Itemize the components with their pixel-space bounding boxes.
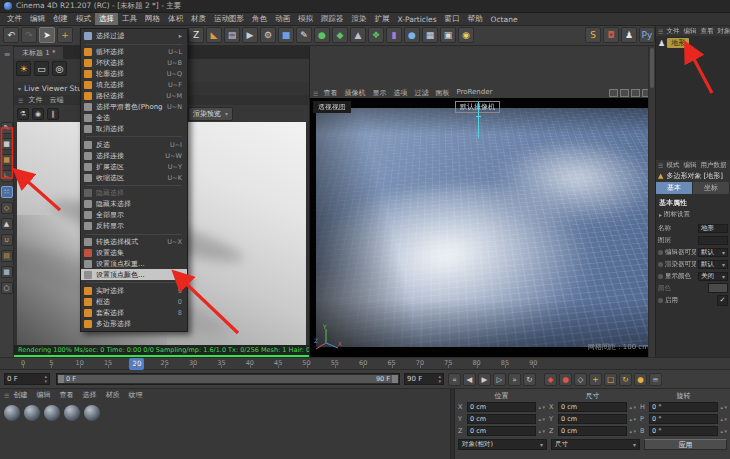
tab-coordinates[interactable]: 坐标 xyxy=(693,182,730,194)
menu-item-循环选择[interactable]: 循环选择U~L xyxy=(81,47,187,58)
material-2[interactable] xyxy=(24,405,40,421)
render-pass-dropdown[interactable]: 渲染预览 ▾ xyxy=(188,107,233,121)
coordinate-value-field[interactable]: 0 cm xyxy=(558,402,627,412)
character-icon[interactable]: ♟ xyxy=(621,27,637,43)
stepper-icon[interactable]: ▴ ▾ xyxy=(720,417,727,422)
am-text-field[interactable]: 地形 xyxy=(698,224,728,233)
viewport-menu-6[interactable]: ProRender xyxy=(456,88,492,98)
volume-icon[interactable]: ● xyxy=(404,27,420,43)
menu-item-取消选择[interactable]: 取消选择 xyxy=(81,123,187,134)
menu-item-选择过滤[interactable]: 选择过滤▸ xyxy=(81,31,187,42)
am-select-field[interactable]: 关闭▾ xyxy=(698,272,728,281)
coordinate-value-field[interactable]: 0 ° xyxy=(649,414,718,424)
material-3[interactable] xyxy=(44,405,60,421)
render-settings-icon[interactable]: ⚙ xyxy=(260,27,276,43)
stepper-icon[interactable]: ▴ ▾ xyxy=(538,405,545,410)
hamburger-icon[interactable]: ☰ xyxy=(658,28,663,35)
render-picture-viewer-icon[interactable]: ▶ xyxy=(242,27,258,43)
autokey-icon[interactable]: ● xyxy=(559,373,572,386)
model-mode-icon[interactable]: ■ xyxy=(1,138,13,150)
hamburger-icon[interactable]: ☰ xyxy=(313,90,318,97)
menu-item-选择连接[interactable]: 选择连接U~W xyxy=(81,150,187,161)
record-position-icon[interactable]: + xyxy=(589,373,602,386)
octane-menu-1[interactable]: 云端 xyxy=(49,95,63,105)
subdivision-surface-icon[interactable]: ● xyxy=(314,27,330,43)
menu-item-设置顶点权重...[interactable]: 设置顶点权重... xyxy=(81,259,187,270)
menu-item-转换选择模式[interactable]: 转换选择模式U~X xyxy=(81,237,187,248)
menubar-item-6[interactable]: 网格 xyxy=(141,13,164,25)
goto-start-button[interactable]: « xyxy=(448,373,461,386)
loop-button[interactable]: ↻ xyxy=(523,373,536,386)
menubar-item-3[interactable]: 模式 xyxy=(72,13,95,25)
viewport-menu-5[interactable]: 面板 xyxy=(435,88,449,98)
menubar-item-12[interactable]: 模拟 xyxy=(294,13,317,25)
hamburger-icon[interactable]: ≡ xyxy=(0,50,14,59)
axis-z-icon[interactable]: Z xyxy=(188,27,204,43)
view-label[interactable]: 透视视图 xyxy=(313,101,351,113)
record-pla-icon[interactable]: ≡ xyxy=(649,373,662,386)
stepper-icon[interactable]: ▴ ▾ xyxy=(629,405,636,410)
keyframe-selection-icon[interactable]: ◇ xyxy=(574,373,587,386)
live-selection-tool-icon[interactable]: ➤ xyxy=(39,27,55,43)
object-item-terrain[interactable]: ♟ 地形 xyxy=(656,36,730,50)
menubar-item-0[interactable]: 文件 xyxy=(3,13,26,25)
cube-primitive-icon[interactable]: ■ xyxy=(278,27,294,43)
menubar-item-8[interactable]: 材质 xyxy=(187,13,210,25)
tab-basic[interactable]: 基本 xyxy=(656,182,693,194)
menubar-item-15[interactable]: 扩展 xyxy=(371,13,394,25)
menu-item-反转显示[interactable]: 反转显示 xyxy=(81,221,187,232)
enable-snap-icon[interactable]: ∪ xyxy=(1,234,13,246)
hamburger-icon[interactable]: ☰ xyxy=(18,97,23,104)
animation-dot-icon[interactable] xyxy=(658,274,663,279)
stepper-icon[interactable]: ▴ ▾ xyxy=(629,429,636,434)
apply-button[interactable]: 应用 xyxy=(644,439,727,450)
menu-item-反选[interactable]: 反选U~I xyxy=(81,139,187,150)
viewport-menu-2[interactable]: 显示 xyxy=(372,88,386,98)
menubar-item-7[interactable]: 体积 xyxy=(164,13,187,25)
instance-icon[interactable]: ▲ xyxy=(350,27,366,43)
viewport-layout-icon[interactable] xyxy=(620,89,629,97)
polygons-mode-icon[interactable]: ▲ xyxy=(1,218,13,230)
menu-item-选择平滑着色(Phong)断开[interactable]: 选择平滑着色(Phong)断开U~N xyxy=(81,102,187,113)
om-menu-3[interactable]: 对象 xyxy=(717,27,730,36)
stepper-icon[interactable]: ▴ ▾ xyxy=(720,429,727,434)
python-icon[interactable]: Py xyxy=(639,27,655,43)
menubar-item-13[interactable]: 跟踪器 xyxy=(317,13,348,25)
menu-item-全选[interactable]: 全选 xyxy=(81,112,187,123)
menubar-item-9[interactable]: 运动图形 xyxy=(210,13,248,25)
workplane-icon[interactable]: ◣ xyxy=(206,27,222,43)
am-text-field[interactable] xyxy=(698,236,728,245)
stepper-icon[interactable]: ▴ ▾ xyxy=(538,429,545,434)
menubar-item-18[interactable]: 帮助 xyxy=(464,13,487,25)
material-menu-3[interactable]: 选择 xyxy=(82,390,96,400)
stepper-icon[interactable]: ▴▾ xyxy=(44,374,47,384)
render-view-icon[interactable]: ▤ xyxy=(224,27,240,43)
record-scale-icon[interactable]: □ xyxy=(604,373,617,386)
next-frame-button[interactable]: ▷ xyxy=(493,373,506,386)
om-menu-0[interactable]: 文件 xyxy=(666,27,679,36)
range-start-field[interactable]: 0 F ▴▾ xyxy=(4,373,50,385)
om-menu-2[interactable]: 查看 xyxy=(700,27,713,36)
hamburger-icon[interactable]: ☰ xyxy=(4,392,9,399)
menubar-item-16[interactable]: X-Particles xyxy=(394,13,441,25)
material-menu-5[interactable]: 纹理 xyxy=(128,390,142,400)
menubar-item-4[interactable]: 选择 xyxy=(95,13,118,25)
pause-icon[interactable]: ‖ xyxy=(47,108,59,120)
hamburger-icon[interactable]: ☰ xyxy=(658,162,663,169)
menubar-item-17[interactable]: 窗口 xyxy=(441,13,464,25)
menubar-item-19[interactable]: Octane xyxy=(487,13,522,25)
coordinate-size-dropdown[interactable]: 尺寸 ▾ xyxy=(551,439,640,450)
material-1[interactable] xyxy=(4,405,20,421)
preview-range-bar[interactable]: 0 F 90 F xyxy=(58,375,398,383)
rounded-rectangle-icon[interactable]: ▭ xyxy=(34,61,49,76)
menu-item-全部显示[interactable]: 全部显示 xyxy=(81,210,187,221)
record-keyframe-icon[interactable]: ◆ xyxy=(544,373,557,386)
color-swatch[interactable] xyxy=(708,283,728,293)
menu-item-隐藏选择[interactable]: 隐藏选择 xyxy=(81,188,187,199)
coordinate-mode-dropdown[interactable]: 对象(相对) ▾ xyxy=(458,439,547,450)
circle-icon[interactable]: ◎ xyxy=(52,61,67,76)
play-button[interactable]: ▶ xyxy=(478,373,491,386)
material-menu-4[interactable]: 材质 xyxy=(105,390,119,400)
menu-item-框选[interactable]: 框选0 xyxy=(81,296,187,307)
pen-spline-icon[interactable]: ✎ xyxy=(296,27,312,43)
